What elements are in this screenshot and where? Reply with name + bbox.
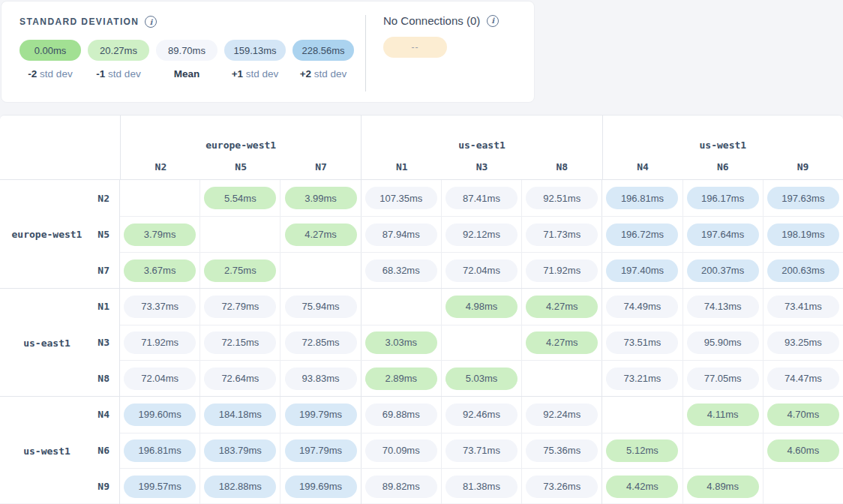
- latency-pill[interactable]: 70.09ms: [365, 440, 437, 462]
- latency-cell: 72.04ms: [441, 253, 521, 288]
- latency-pill[interactable]: 4.42ms: [606, 476, 678, 498]
- latency-pill[interactable]: 4.89ms: [687, 476, 759, 498]
- latency-pill[interactable]: 95.90ms: [687, 332, 759, 354]
- latency-pill[interactable]: 199.60ms: [124, 404, 196, 426]
- latency-pill[interactable]: 107.35ms: [365, 187, 437, 209]
- latency-pill[interactable]: 75.94ms: [285, 296, 357, 318]
- latency-pill[interactable]: 72.15ms: [204, 332, 276, 354]
- latency-cell: 73.41ms: [763, 289, 843, 325]
- latency-pill[interactable]: 72.04ms: [446, 260, 518, 282]
- latency-pill[interactable]: 4.70ms: [767, 404, 839, 426]
- latency-pill[interactable]: 74.49ms: [606, 296, 678, 318]
- latency-cell: 4.98ms: [441, 289, 521, 325]
- latency-pill[interactable]: 199.69ms: [285, 476, 357, 498]
- info-icon[interactable]: i: [487, 15, 499, 27]
- latency-cell: 72.64ms: [200, 361, 280, 396]
- latency-pill[interactable]: 71.92ms: [124, 332, 196, 354]
- latency-pill[interactable]: 72.85ms: [285, 332, 357, 354]
- latency-pill[interactable]: 92.46ms: [446, 404, 518, 426]
- latency-pill[interactable]: 92.24ms: [526, 404, 598, 426]
- latency-pill[interactable]: 200.63ms: [767, 260, 839, 282]
- info-icon[interactable]: i: [145, 16, 157, 28]
- latency-cell: 4.27ms: [521, 289, 602, 325]
- latency-pill[interactable]: 74.47ms: [767, 368, 839, 390]
- latency-pill[interactable]: 197.64ms: [687, 224, 759, 246]
- latency-pill[interactable]: 3.03ms: [365, 332, 437, 354]
- latency-cell: 3.99ms: [280, 180, 360, 216]
- latency-pill[interactable]: 73.71ms: [446, 440, 518, 462]
- latency-pill[interactable]: 89.82ms: [365, 476, 437, 498]
- latency-pill[interactable]: 200.37ms: [687, 260, 759, 282]
- latency-pill[interactable]: 199.57ms: [124, 476, 196, 498]
- latency-pill[interactable]: 73.41ms: [767, 296, 839, 318]
- latency-pill[interactable]: 2.89ms: [365, 368, 437, 390]
- latency-pill[interactable]: 73.26ms: [526, 476, 598, 498]
- latency-pill[interactable]: 93.25ms: [767, 332, 839, 354]
- latency-pill[interactable]: 92.12ms: [446, 224, 518, 246]
- latency-pill[interactable]: 5.03ms: [446, 368, 518, 390]
- latency-pill[interactable]: 3.79ms: [124, 224, 196, 246]
- latency-pill[interactable]: 4.98ms: [446, 296, 518, 318]
- latency-pill[interactable]: 73.51ms: [606, 332, 678, 354]
- latency-pill[interactable]: 73.21ms: [606, 368, 678, 390]
- latency-pill[interactable]: 72.04ms: [124, 368, 196, 390]
- matrix-corner-cell: [0, 116, 120, 179]
- column-node-header: N4: [603, 161, 683, 172]
- latency-cell: 199.69ms: [280, 469, 360, 504]
- latency-pill[interactable]: 196.72ms: [606, 224, 678, 246]
- latency-pill[interactable]: 72.64ms: [204, 368, 276, 390]
- legend-card: STANDARD DEVIATION i 0.00ms20.27ms89.70m…: [1, 1, 535, 103]
- latency-cell: 4.89ms: [682, 469, 763, 504]
- latency-pill[interactable]: 71.92ms: [526, 260, 598, 282]
- latency-cell: 71.92ms: [521, 253, 602, 288]
- latency-cell: 71.92ms: [120, 326, 200, 361]
- column-node-header: N7: [281, 161, 362, 172]
- latency-pill[interactable]: 196.81ms: [606, 187, 678, 209]
- row-node-header: N8: [0, 360, 119, 396]
- latency-pill[interactable]: 87.41ms: [446, 187, 518, 209]
- latency-pill[interactable]: 71.73ms: [526, 224, 598, 246]
- latency-pill[interactable]: 199.79ms: [285, 404, 357, 426]
- latency-pill[interactable]: 196.17ms: [687, 187, 759, 209]
- latency-pill[interactable]: 92.51ms: [526, 187, 598, 209]
- latency-pill[interactable]: 197.40ms: [606, 260, 678, 282]
- latency-pill[interactable]: 69.88ms: [365, 404, 437, 426]
- column-region-group: europe-west1N2N5N7: [120, 116, 361, 179]
- latency-pill[interactable]: 183.79ms: [204, 440, 276, 462]
- table-row: 71.92ms72.15ms72.85ms3.03ms4.27ms73.51ms…: [120, 325, 843, 361]
- self-cell: [763, 469, 843, 504]
- row-label-column: europe-west1N2N5N7: [0, 180, 120, 288]
- latency-pill[interactable]: 77.05ms: [687, 368, 759, 390]
- latency-pill[interactable]: 4.27ms: [526, 332, 598, 354]
- latency-cell: 71.73ms: [521, 217, 602, 252]
- latency-pill[interactable]: 5.54ms: [204, 187, 276, 209]
- table-row: 196.81ms183.79ms197.79ms70.09ms73.71ms75…: [120, 433, 843, 469]
- latency-pill[interactable]: 182.88ms: [204, 476, 276, 498]
- latency-pill[interactable]: 4.27ms: [285, 224, 357, 246]
- latency-pill[interactable]: 73.37ms: [124, 296, 196, 318]
- row-region-group: us-east1N1N3N873.37ms72.79ms75.94ms4.98m…: [0, 288, 843, 396]
- latency-pill[interactable]: 93.83ms: [285, 368, 357, 390]
- latency-pill[interactable]: 3.99ms: [285, 187, 357, 209]
- latency-pill[interactable]: 75.36ms: [526, 440, 598, 462]
- latency-pill[interactable]: 87.94ms: [365, 224, 437, 246]
- latency-pill[interactable]: 74.13ms: [687, 296, 759, 318]
- latency-pill[interactable]: 68.32ms: [365, 260, 437, 282]
- latency-pill[interactable]: 4.11ms: [687, 404, 759, 426]
- latency-pill[interactable]: 2.75ms: [204, 260, 276, 282]
- latency-pill[interactable]: 4.60ms: [767, 440, 839, 462]
- latency-pill[interactable]: 198.19ms: [767, 224, 839, 246]
- latency-cell: 75.94ms: [280, 289, 360, 325]
- latency-pill[interactable]: 5.12ms: [606, 440, 678, 462]
- latency-pill[interactable]: 4.27ms: [526, 296, 598, 318]
- latency-pill[interactable]: 197.79ms: [285, 440, 357, 462]
- table-row: 3.79ms4.27ms87.94ms92.12ms71.73ms196.72m…: [120, 216, 843, 252]
- latency-pill[interactable]: 184.18ms: [204, 404, 276, 426]
- row-region-group: europe-west1N2N5N75.54ms3.99ms107.35ms87…: [0, 180, 843, 288]
- latency-pill[interactable]: 81.38ms: [446, 476, 518, 498]
- latency-pill[interactable]: 3.67ms: [124, 260, 196, 282]
- data-rows: 5.54ms3.99ms107.35ms87.41ms92.51ms196.81…: [120, 180, 843, 288]
- latency-pill[interactable]: 72.79ms: [204, 296, 276, 318]
- latency-pill[interactable]: 196.81ms: [124, 440, 196, 462]
- latency-pill[interactable]: 197.63ms: [767, 187, 839, 209]
